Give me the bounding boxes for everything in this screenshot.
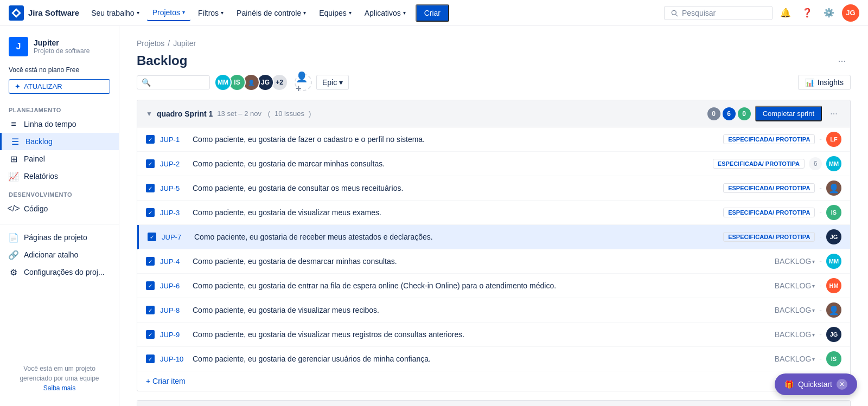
item-checkbox [146, 355, 155, 363]
badge-inprogress: 6 [723, 107, 736, 120]
help-button[interactable]: ❓ [799, 4, 816, 22]
criar-button[interactable]: Criar [416, 4, 449, 22]
sprint-item-jup1[interactable]: JUP-1 Como paciente, eu gostaria de faze… [137, 127, 850, 152]
page-more-button[interactable]: ··· [833, 52, 851, 69]
status-backlog[interactable]: BACKLOG▾ [775, 355, 815, 363]
item-checkbox [146, 184, 155, 192]
avatar-group: MM IS 👤 JG +2 [214, 74, 288, 91]
chevron-down-icon: ▾ [303, 10, 306, 16]
sprint-item-jup2[interactable]: JUP-2 Como paciente, eu gostaria de marc… [137, 152, 850, 176]
nav-paineis[interactable]: Painéis de controle ▾ [231, 5, 311, 21]
sidebar-item-backlog[interactable]: ☰ Backlog [0, 133, 119, 150]
add-person-button[interactable]: 👤+ [295, 74, 312, 91]
insights-button[interactable]: 📊 Insights [798, 75, 851, 90]
item-key: JUP-5 [160, 184, 187, 192]
code-icon: </> [9, 204, 18, 214]
user-avatar[interactable]: JG [842, 4, 859, 22]
status-backlog[interactable]: BACKLOG▾ [775, 257, 815, 266]
complete-sprint-button[interactable]: Completar sprint [755, 106, 822, 121]
status-tag[interactable]: ESPECIFICADA/ PROTOTIPA [723, 134, 815, 144]
sprint-name: quadro Sprint 1 [157, 109, 213, 118]
sprint-item-jup4[interactable]: JUP-4 Como paciente, eu gostaria de desm… [137, 249, 850, 274]
item-avatar: 👤 [826, 302, 841, 318]
search-input-container[interactable]: 🔍 [137, 75, 210, 89]
avatar-mm[interactable]: MM [214, 74, 232, 91]
sidebar-item-label: Relatórios [24, 172, 58, 181]
quickstart-close-button[interactable]: ✕ [837, 379, 847, 390]
item-summary: Como paciente, eu gostaria de visualizar… [193, 330, 769, 339]
chevron-down-icon: ▾ [403, 10, 406, 16]
sidebar-item-settings[interactable]: ⚙ Configurações do proj... [0, 263, 119, 281]
status-backlog[interactable]: BACKLOG▾ [775, 306, 815, 314]
sprint-item-jup5[interactable]: JUP-5 Como paciente, eu gostaria de cons… [137, 176, 850, 201]
nav-seu-trabalho[interactable]: Seu trabalho ▾ [86, 5, 144, 21]
settings-button[interactable]: ⚙️ [820, 4, 838, 22]
status-tag[interactable]: ESPECIFICADA/ PROTOTIPA [723, 208, 815, 217]
sidebar-item-timeline[interactable]: ≡ Linha do tempo [0, 115, 119, 133]
quickstart-button[interactable]: 🎁 Quickstart ✕ [775, 373, 857, 395]
project-name: Jupiter [34, 38, 90, 47]
breadcrumb: Projetos / Jupiter [137, 39, 851, 48]
status-tag[interactable]: ESPECIFICADA/ PROTOTIPA [723, 232, 815, 242]
upgrade-button[interactable]: ✦ ATUALIZAR [9, 79, 110, 94]
topnav: Jira Software Seu trabalho ▾ Projetos ▾ … [0, 0, 868, 26]
search-input[interactable] [151, 78, 205, 87]
sidebar-item-label: Páginas de projeto [24, 233, 87, 242]
create-item-button[interactable]: + Criar item [137, 371, 850, 391]
breadcrumb-jupiter[interactable]: Jupiter [173, 39, 196, 48]
status-tag[interactable]: ESPECIFICADA/ PROTOTIPA [713, 159, 805, 169]
item-key: JUP-4 [160, 257, 187, 266]
sidebar-item-reports[interactable]: 📈 Relatórios [0, 167, 119, 185]
sprint-item-jup8[interactable]: JUP-8 Como paciente, eu gostaria de visu… [137, 298, 850, 323]
item-key: JUP-7 [162, 233, 189, 241]
status-tag[interactable]: ESPECIFICADA/ PROTOTIPA [723, 183, 815, 193]
sidebar-project[interactable]: J Jupiter Projeto de software [0, 33, 119, 63]
nav-filtros[interactable]: Filtros ▾ [193, 5, 229, 21]
item-summary: Como paciente, eu gostaria de entrar na … [193, 281, 769, 290]
badge-done: 0 [738, 107, 751, 120]
jira-logo[interactable]: Jira Software [9, 5, 79, 21]
project-icon: J [9, 37, 28, 56]
saiba-mais-link[interactable]: Saiba mais [43, 384, 75, 392]
notifications-button[interactable]: 🔔 [777, 4, 794, 22]
backlog-icon: ☰ [10, 137, 20, 146]
item-summary: Como paciente, eu gostaria de visualizar… [193, 208, 718, 217]
sprint-header: ▼ quadro Sprint 1 13 set – 2 nov (10 iss… [137, 100, 850, 127]
item-summary: Como paciente, eu gostaria de consultar … [193, 184, 718, 192]
chevron-down-icon: ▾ [137, 10, 139, 16]
sprint-item-jup7[interactable]: JUP-7 Como paciente, eu gostaria de rece… [137, 225, 850, 249]
sprint-item-jup10[interactable]: JUP-10 Como paciente, eu gostaria de ger… [137, 347, 850, 371]
status-backlog[interactable]: BACKLOG▾ [775, 330, 815, 339]
project-type: Projeto de software [34, 47, 90, 55]
badge-todo: 0 [707, 107, 720, 120]
quickstart-icon: 🎁 [784, 380, 794, 389]
nav-aplicativos[interactable]: Aplicativos ▾ [359, 5, 411, 21]
backlog-section: ▼ Backlog (0 issue) 0 0 0 Criar sprint [137, 400, 851, 406]
sprint-item-jup9[interactable]: JUP-9 Como paciente, eu gostaria de visu… [137, 323, 850, 347]
status-backlog[interactable]: BACKLOG▾ [775, 281, 815, 290]
search-icon: 🔍 [142, 78, 151, 87]
sprint-more-button[interactable]: ··· [826, 106, 841, 121]
epic-filter-button[interactable]: Epic ▾ [316, 75, 349, 90]
item-avatar: MM [826, 254, 841, 269]
settings-icon: ⚙ [9, 267, 18, 277]
breadcrumb-projetos[interactable]: Projetos [137, 39, 164, 48]
story-points: 6 [809, 157, 822, 170]
item-avatar: IS [826, 205, 841, 220]
sprint-toggle[interactable]: ▼ [146, 110, 152, 118]
item-checkbox [146, 281, 155, 290]
item-summary: Como paciente, eu gostaria de marcar min… [193, 159, 707, 168]
chevron-down-icon: ▾ [339, 78, 343, 87]
sidebar-item-pages[interactable]: 📄 Páginas de projeto [0, 229, 119, 246]
item-avatar: IS [826, 351, 841, 366]
sprint-item-jup3[interactable]: JUP-3 Como paciente, eu gostaria de visu… [137, 201, 850, 225]
sidebar-item-shortcut[interactable]: 🔗 Adicionar atalho [0, 246, 119, 263]
nav-projetos[interactable]: Projetos ▾ [147, 5, 190, 21]
search-bar[interactable]: Pesquisar [664, 6, 773, 20]
sidebar-item-board[interactable]: ⊞ Painel [0, 150, 119, 167]
sprint-item-jup6[interactable]: JUP-6 Como paciente, eu gostaria de entr… [137, 274, 850, 298]
nav-equipes[interactable]: Equipes ▾ [314, 5, 357, 21]
sprint-badges: 0 6 0 [707, 107, 751, 120]
item-key: JUP-3 [160, 209, 187, 217]
sidebar-item-code[interactable]: </> Código [0, 200, 119, 217]
